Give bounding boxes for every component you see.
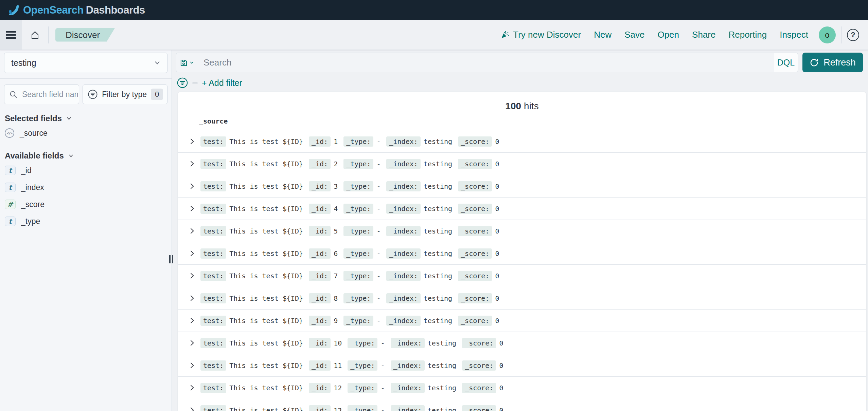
chevron-down-icon xyxy=(189,60,194,65)
selected-fields-label: Selected fields xyxy=(5,114,62,123)
expand-row-button[interactable] xyxy=(185,247,198,260)
doc-field-value: This is test ${ID} xyxy=(229,137,303,146)
chevron-right-icon xyxy=(189,183,196,190)
hamburger-icon xyxy=(6,31,16,33)
doc-table-row: test:This is test ${ID}_id:5_type:-_inde… xyxy=(178,220,866,242)
doc-table-row: test:This is test ${ID}_id:1_type:-_inde… xyxy=(178,130,866,153)
chevron-right-icon xyxy=(189,205,196,212)
selected-fields-header[interactable]: Selected fields xyxy=(5,114,167,123)
nav-menu-button[interactable] xyxy=(0,20,22,50)
filter-options-icon[interactable] xyxy=(177,77,188,89)
source-type-icon: </> xyxy=(5,128,14,138)
help-icon: ? xyxy=(851,31,855,39)
sidebar-resize-handle[interactable] xyxy=(169,255,173,263)
saved-query-menu-button[interactable] xyxy=(176,53,198,72)
doc-field-value: 4 xyxy=(334,205,338,213)
table-column-header: _source xyxy=(178,117,866,130)
doc-field-value: This is test ${ID} xyxy=(229,272,303,280)
expand-row-button[interactable] xyxy=(185,269,198,282)
doc-source-summary: test:This is test ${ID}_id:3_type:-_inde… xyxy=(200,181,505,191)
nav-item-share[interactable]: Share xyxy=(692,30,715,40)
filter-by-type-button[interactable]: Filter by type 0 xyxy=(83,85,167,104)
help-button[interactable]: ? xyxy=(847,29,859,41)
doc-field-label: _index: xyxy=(386,136,420,147)
search-input[interactable] xyxy=(198,53,774,72)
nav-item-label: Share xyxy=(692,30,715,40)
chevron-right-icon xyxy=(189,160,196,167)
doc-field-value: testing xyxy=(428,384,456,392)
doc-source-summary: test:This is test ${ID}_id:9_type:-_inde… xyxy=(200,316,505,326)
field-item-_source[interactable]: </> _source xyxy=(4,125,167,142)
home-button[interactable] xyxy=(22,20,48,50)
chevron-right-icon xyxy=(189,317,196,324)
nav-item-try-new-discover[interactable]: Try new Discover xyxy=(500,30,581,40)
expand-row-button[interactable] xyxy=(185,225,198,238)
doc-source-summary: test:This is test ${ID}_id:5_type:-_inde… xyxy=(200,226,505,236)
selected-fields-list: </> _source xyxy=(4,125,167,142)
doc-field-value: 0 xyxy=(495,294,499,302)
doc-field-label: _score: xyxy=(458,248,492,259)
toolbar-right: o ? xyxy=(813,26,868,43)
doc-source-summary: test:This is test ${ID}_id:12_type:-_ind… xyxy=(200,383,509,393)
doc-table-row: test:This is test ${ID}_id:11_type:-_ind… xyxy=(178,354,866,377)
doc-field-value: 2 xyxy=(334,160,338,168)
doc-field-value: 8 xyxy=(334,294,338,302)
doc-field-value: This is test ${ID} xyxy=(229,160,303,168)
expand-row-button[interactable] xyxy=(185,157,198,170)
doc-field-value: 0 xyxy=(495,160,499,168)
doc-field-value: This is test ${ID} xyxy=(229,361,303,370)
expand-row-button[interactable] xyxy=(185,381,198,394)
doc-field-value: - xyxy=(376,249,380,258)
doc-field-value: testing xyxy=(424,249,452,258)
nav-item-save[interactable]: Save xyxy=(624,30,644,40)
main-content: DQL Refresh + Add filter 100hits xyxy=(172,50,868,411)
field-item-_score[interactable]: # _score xyxy=(4,196,167,213)
doc-field-label: test: xyxy=(200,338,226,348)
doc-table-row: test:This is test ${ID}_id:4_type:-_inde… xyxy=(178,198,866,220)
add-filter-link[interactable]: + Add filter xyxy=(202,78,242,88)
doc-field-value: - xyxy=(376,137,380,146)
doc-field-value: 0 xyxy=(495,317,499,325)
expand-row-button[interactable] xyxy=(185,404,198,411)
expand-row-button[interactable] xyxy=(185,292,198,305)
field-item-_id[interactable]: t _id xyxy=(4,162,167,179)
doc-field-value: - xyxy=(376,205,380,213)
expand-row-button[interactable] xyxy=(185,202,198,215)
field-search-input[interactable] xyxy=(4,85,79,104)
query-language-button[interactable]: DQL xyxy=(774,53,798,72)
expand-row-button[interactable] xyxy=(185,337,198,350)
doc-field-label: test: xyxy=(200,248,226,259)
nav-item-reporting[interactable]: Reporting xyxy=(728,30,767,40)
nav-item-new[interactable]: New xyxy=(594,30,612,40)
doc-field-label: _index: xyxy=(386,204,420,214)
doc-field-label: _index: xyxy=(386,248,420,259)
available-fields-label: Available fields xyxy=(5,151,64,161)
expand-row-button[interactable] xyxy=(185,135,198,148)
doc-table-row: test:This is test ${ID}_id:6_type:-_inde… xyxy=(178,242,866,265)
nav-item-open[interactable]: Open xyxy=(657,30,679,40)
field-item-_index[interactable]: t _index xyxy=(4,179,167,196)
doc-field-label: _score: xyxy=(458,181,492,191)
user-avatar[interactable]: o xyxy=(819,26,836,43)
doc-field-label: _index: xyxy=(386,159,420,169)
doc-field-label: _score: xyxy=(462,383,496,393)
expand-row-button[interactable] xyxy=(185,359,198,372)
index-pattern-select[interactable]: testing xyxy=(4,53,167,73)
doc-field-label: _score: xyxy=(462,360,496,371)
refresh-button[interactable]: Refresh xyxy=(802,53,863,72)
doc-field-value: testing xyxy=(424,272,452,280)
doc-table-row: test:This is test ${ID}_id:12_type:-_ind… xyxy=(178,377,866,399)
field-item-_type[interactable]: t _type xyxy=(4,213,167,230)
nav-item-inspect[interactable]: Inspect xyxy=(780,30,808,40)
expand-row-button[interactable] xyxy=(185,314,198,327)
doc-field-label: test: xyxy=(200,383,226,393)
doc-field-value: 0 xyxy=(495,205,499,213)
available-fields-header[interactable]: Available fields xyxy=(5,151,167,161)
brand-text: OpenSearchDashboards xyxy=(23,4,145,16)
field-name: _type xyxy=(21,217,40,226)
string-type-icon: t xyxy=(5,217,16,226)
doc-field-value: This is test ${ID} xyxy=(229,406,303,411)
doc-field-value: 5 xyxy=(334,227,338,235)
expand-row-button[interactable] xyxy=(185,180,198,193)
doc-field-label: _index: xyxy=(386,226,420,236)
